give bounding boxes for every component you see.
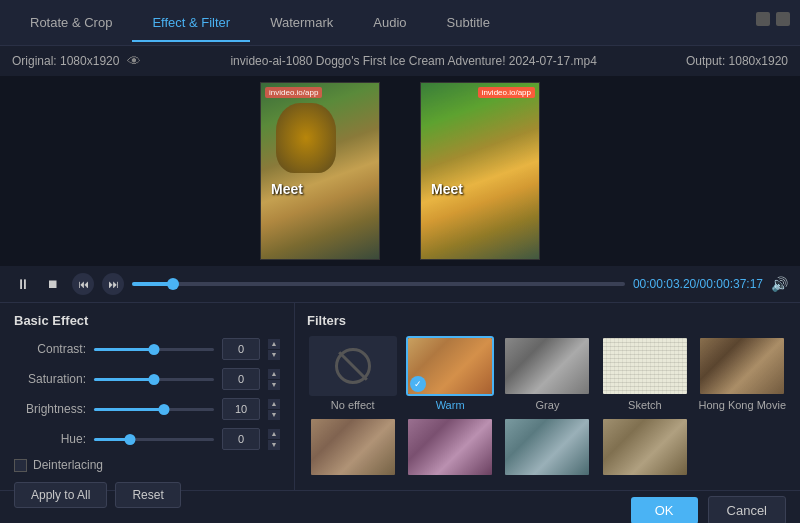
brightness-row: Brightness: 10 ▲ ▼ bbox=[14, 398, 280, 420]
saturation-up[interactable]: ▲ bbox=[268, 369, 280, 379]
prev-button[interactable]: ⏮ bbox=[72, 273, 94, 295]
brightness-slider[interactable] bbox=[94, 408, 214, 411]
warm-name: Warm bbox=[436, 399, 465, 411]
filename-label: invideo-ai-1080 Doggo's First Ice Cream … bbox=[230, 54, 597, 68]
f2-1-bg bbox=[311, 419, 395, 475]
next-button[interactable]: ⏭ bbox=[102, 273, 124, 295]
hue-value[interactable]: 0 bbox=[222, 428, 260, 450]
pause-button[interactable]: ⏸ bbox=[12, 273, 34, 295]
brightness-thumb bbox=[158, 404, 169, 415]
progress-thumb bbox=[167, 278, 179, 290]
visibility-icon[interactable]: 👁 bbox=[127, 53, 141, 69]
bottom-panel: Basic Effect Contrast: 0 ▲ ▼ Saturation:… bbox=[0, 302, 800, 490]
saturation-slider[interactable] bbox=[94, 378, 214, 381]
filter-f2-3[interactable] bbox=[502, 417, 593, 480]
contrast-thumb bbox=[149, 344, 160, 355]
tab-subtitle[interactable]: Subtitle bbox=[427, 3, 510, 42]
hue-row: Hue: 0 ▲ ▼ bbox=[14, 428, 280, 450]
warm-thumb: ✓ bbox=[406, 336, 494, 396]
saturation-value[interactable]: 0 bbox=[222, 368, 260, 390]
filter-gray[interactable]: Gray bbox=[502, 336, 593, 411]
hk-movie-thumb bbox=[698, 336, 786, 396]
contrast-spinners: ▲ ▼ bbox=[268, 339, 280, 360]
original-dimensions: Original: 1080x1920 bbox=[12, 54, 119, 68]
brightness-label: Brightness: bbox=[14, 402, 86, 416]
filter-f2-4[interactable] bbox=[599, 417, 690, 480]
reset-button[interactable]: Reset bbox=[115, 482, 180, 508]
sketch-name: Sketch bbox=[628, 399, 662, 411]
no-effect-line bbox=[338, 351, 368, 381]
effect-panel: Basic Effect Contrast: 0 ▲ ▼ Saturation:… bbox=[0, 303, 295, 490]
saturation-row: Saturation: 0 ▲ ▼ bbox=[14, 368, 280, 390]
hk-movie-name: Hong Kong Movie bbox=[699, 399, 786, 411]
brightness-value[interactable]: 10 bbox=[222, 398, 260, 420]
progress-fill bbox=[132, 282, 174, 286]
tab-audio[interactable]: Audio bbox=[353, 3, 426, 42]
cancel-button[interactable]: Cancel bbox=[708, 496, 786, 523]
brightness-down[interactable]: ▼ bbox=[268, 410, 280, 420]
filter-no-effect[interactable]: No effect bbox=[307, 336, 398, 411]
saturation-fill bbox=[94, 378, 154, 381]
tab-rotate-crop[interactable]: Rotate & Crop bbox=[10, 3, 132, 42]
brightness-spinners: ▲ ▼ bbox=[268, 399, 280, 420]
brightness-up[interactable]: ▲ bbox=[268, 399, 280, 409]
info-bar: Original: 1080x1920 👁 invideo-ai-1080 Do… bbox=[0, 46, 800, 76]
f2-1-thumb bbox=[309, 417, 397, 477]
contrast-down[interactable]: ▼ bbox=[268, 350, 280, 360]
hk-movie-bg bbox=[700, 338, 784, 394]
stop-button[interactable]: ⏹ bbox=[42, 273, 64, 295]
brightness-fill bbox=[94, 408, 164, 411]
deinterlace-checkbox[interactable] bbox=[14, 459, 27, 472]
window-controls bbox=[756, 12, 790, 26]
saturation-label: Saturation: bbox=[14, 372, 86, 386]
close-button[interactable] bbox=[776, 12, 790, 26]
filter-sketch[interactable]: Sketch bbox=[599, 336, 690, 411]
hue-spinners: ▲ ▼ bbox=[268, 429, 280, 450]
hue-label: Hue: bbox=[14, 432, 86, 446]
hue-down[interactable]: ▼ bbox=[268, 440, 280, 450]
hue-up[interactable]: ▲ bbox=[268, 429, 280, 439]
saturation-thumb bbox=[149, 374, 160, 385]
sketch-bg bbox=[603, 338, 687, 394]
tab-watermark[interactable]: Watermark bbox=[250, 3, 353, 42]
effect-panel-title: Basic Effect bbox=[14, 313, 280, 328]
watermark-right: invideo.io/app bbox=[478, 87, 535, 98]
playback-bar: ⏸ ⏹ ⏮ ⏭ 00:00:03.20/00:00:37:17 🔊 bbox=[0, 266, 800, 302]
f2-4-thumb bbox=[601, 417, 689, 477]
filter-hk-movie[interactable]: Hong Kong Movie bbox=[697, 336, 788, 411]
no-effect-thumb bbox=[309, 336, 397, 396]
warm-check: ✓ bbox=[410, 376, 426, 392]
apply-all-button[interactable]: Apply to All bbox=[14, 482, 107, 508]
tab-effect-filter[interactable]: Effect & Filter bbox=[132, 3, 250, 42]
original-thumb: invideo.io/app Meet bbox=[261, 83, 379, 259]
filter-grid: No effect ✓ Warm Gray bbox=[307, 336, 788, 480]
f2-2-bg bbox=[408, 419, 492, 475]
overlay-text-right: Meet bbox=[431, 181, 463, 197]
filter-f2-2[interactable] bbox=[404, 417, 495, 480]
time-display: 00:00:03.20/00:00:37:17 bbox=[633, 277, 763, 291]
saturation-spinners: ▲ ▼ bbox=[268, 369, 280, 390]
saturation-down[interactable]: ▼ bbox=[268, 380, 280, 390]
f2-4-bg bbox=[603, 419, 687, 475]
progress-bar[interactable] bbox=[132, 282, 625, 286]
volume-icon[interactable]: 🔊 bbox=[771, 276, 788, 292]
minimize-button[interactable] bbox=[756, 12, 770, 26]
preview-area: invideo.io/app Meet invideo.io/app Meet bbox=[0, 76, 800, 266]
hue-thumb bbox=[125, 434, 136, 445]
contrast-up[interactable]: ▲ bbox=[268, 339, 280, 349]
deinterlace-row: Deinterlacing bbox=[14, 458, 280, 472]
ok-button[interactable]: OK bbox=[631, 497, 698, 523]
filter-warm[interactable]: ✓ Warm bbox=[404, 336, 495, 411]
action-row: Apply to All Reset bbox=[14, 482, 280, 508]
f2-3-bg bbox=[505, 419, 589, 475]
hue-slider[interactable] bbox=[94, 438, 214, 441]
contrast-slider[interactable] bbox=[94, 348, 214, 351]
contrast-value[interactable]: 0 bbox=[222, 338, 260, 360]
gray-thumb bbox=[503, 336, 591, 396]
filter-f2-1[interactable] bbox=[307, 417, 398, 480]
overlay-text-left: Meet bbox=[271, 181, 303, 197]
contrast-fill bbox=[94, 348, 154, 351]
original-preview: invideo.io/app Meet bbox=[260, 82, 380, 260]
no-effect-name: No effect bbox=[331, 399, 375, 411]
f2-3-thumb bbox=[503, 417, 591, 477]
